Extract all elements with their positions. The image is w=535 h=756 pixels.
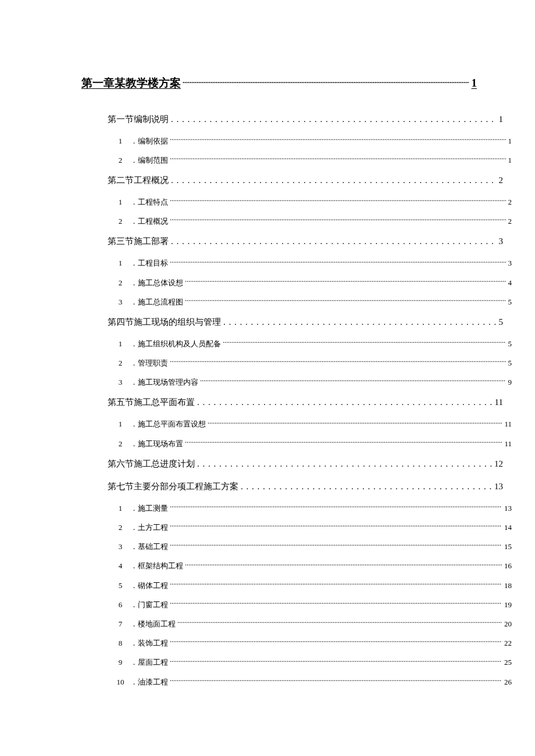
toc-item[interactable]: 3 ．施工现场管理内容 9	[116, 377, 512, 388]
toc-item-page: 14	[504, 522, 512, 533]
toc-leader-dots	[183, 297, 506, 304]
toc-item-title: ．编制依据	[130, 136, 168, 146]
toc-section-page: 12	[494, 458, 503, 470]
toc-section-title: 第六节施工总进度计划	[108, 458, 195, 470]
toc-item-page: 11	[504, 439, 512, 449]
toc-leader-dots	[168, 358, 506, 366]
toc-item[interactable]: 1 ．施工测量 13	[116, 503, 512, 514]
toc-section-5[interactable]: 第五节施工总平面布置 11	[108, 396, 503, 409]
toc-chapter-page: 1	[472, 76, 477, 91]
toc-leader-dots	[168, 258, 506, 266]
toc-item-title: ．施工总平面布置设想	[130, 419, 206, 429]
toc-leader-dots	[168, 638, 502, 646]
toc-item[interactable]: 2 ．编制范围 1	[116, 155, 512, 166]
toc-leader-dots	[169, 113, 497, 122]
toc-item-num: 2	[116, 522, 124, 533]
toc-item[interactable]: 4 ．框架结构工程 16	[116, 561, 512, 571]
toc-item[interactable]: 2 ．施工现场布置 11	[116, 439, 512, 449]
toc-item[interactable]: 6 ．门窗工程 19	[116, 600, 512, 610]
toc-item-title: ．油漆工程	[130, 677, 168, 687]
toc-leader-dots	[168, 197, 506, 205]
toc-item-num: 3	[116, 542, 124, 552]
toc-leader-dots	[238, 481, 492, 489]
toc-item[interactable]: 2 ．管理职责 5	[116, 358, 512, 368]
toc-section-title: 第七节主要分部分项工程施工方案	[108, 481, 238, 493]
toc-item-num: 2	[116, 216, 124, 227]
toc-section-title: 第一节编制说明	[108, 113, 169, 126]
toc-item-num: 1	[116, 419, 124, 429]
toc-item-num: 4	[116, 561, 124, 571]
table-of-contents: 第一章某教学楼方案 1 第一节编制说明 1 1 ．编制依据 1 2 ．编制范围 …	[81, 76, 477, 687]
toc-item[interactable]: 1 ．施工组织机构及人员配备 5	[116, 339, 512, 349]
toc-item-num: 2	[116, 155, 124, 166]
toc-item-title: ．装饰工程	[130, 638, 168, 648]
toc-item-page: 16	[504, 561, 512, 571]
toc-item-title: ．编制范围	[130, 155, 168, 166]
toc-chapter-title: 第一章某教学楼方案	[81, 76, 181, 91]
toc-item-page: 2	[508, 216, 512, 227]
toc-section-page: 5	[499, 316, 504, 328]
toc-item-title: ．管理职责	[130, 358, 168, 368]
toc-section-title: 第三节施工部署	[108, 235, 169, 248]
toc-item-page: 5	[508, 339, 512, 349]
toc-section-page: 1	[499, 113, 504, 126]
toc-item[interactable]: 9 ．屋面工程 25	[116, 657, 512, 668]
toc-leader-dots	[169, 174, 497, 183]
toc-item-num: 5	[116, 581, 124, 591]
toc-item[interactable]: 8 ．装饰工程 22	[116, 638, 512, 648]
toc-item[interactable]: 2 ．土方工程 14	[116, 522, 512, 533]
toc-section-title: 第五节施工总平面布置	[108, 396, 195, 409]
toc-chapter-heading[interactable]: 第一章某教学楼方案 1	[81, 76, 477, 91]
toc-section-2[interactable]: 第二节工程概况 2	[108, 174, 503, 187]
toc-item-page: 26	[504, 677, 512, 687]
toc-section-1[interactable]: 第一节编制说明 1	[108, 113, 503, 126]
toc-leader-dots	[183, 278, 506, 285]
toc-leader-dots	[168, 600, 502, 607]
toc-item[interactable]: 10 ．油漆工程 26	[116, 677, 512, 687]
toc-item-title: ．施工总流程图	[130, 297, 183, 307]
toc-item[interactable]: 5 ．砌体工程 18	[116, 581, 512, 591]
toc-section-6[interactable]: 第六节施工总进度计划 12	[108, 458, 503, 470]
toc-leader-dots	[168, 542, 502, 549]
toc-item-title: ．基础工程	[130, 542, 168, 552]
toc-item-title: ．土方工程	[130, 522, 168, 533]
toc-section-page: 11	[495, 396, 503, 409]
toc-item-title: ．工程特点	[130, 197, 168, 207]
toc-item-num: 8	[116, 638, 124, 648]
toc-item-num: 1	[116, 503, 124, 514]
toc-item-num: 6	[116, 600, 124, 610]
toc-item-num: 3	[116, 297, 124, 307]
toc-leader-dots	[195, 396, 493, 405]
toc-item-num: 1	[116, 136, 124, 146]
toc-section-page: 2	[499, 174, 504, 187]
toc-item-page: 19	[504, 600, 512, 610]
toc-leader-dots	[221, 339, 506, 346]
toc-item-page: 15	[504, 542, 512, 552]
toc-leader-dots	[183, 439, 502, 446]
toc-item-page: 3	[508, 258, 512, 268]
toc-item[interactable]: 2 ．施工总体设想 4	[116, 278, 512, 288]
toc-leader-dots	[168, 677, 502, 685]
toc-item-title: ．施工现场管理内容	[130, 377, 198, 388]
toc-item[interactable]: 3 ．基础工程 15	[116, 542, 512, 552]
toc-section-page: 3	[499, 235, 504, 248]
toc-item-title: ．砌体工程	[130, 581, 168, 591]
toc-item[interactable]: 1 ．工程目标 3	[116, 258, 512, 268]
toc-item[interactable]: 2 ．工程概况 2	[116, 216, 512, 227]
toc-item-page: 2	[508, 197, 512, 207]
toc-section-4[interactable]: 第四节施工现场的组织与管理 5	[108, 316, 503, 328]
toc-leader-dots	[176, 619, 502, 626]
toc-leader-dots	[169, 235, 497, 244]
toc-item[interactable]: 7 ．楼地面工程 20	[116, 619, 512, 629]
toc-section-3[interactable]: 第三节施工部署 3	[108, 235, 503, 248]
toc-section-page: 13	[494, 481, 503, 493]
toc-item-page: 20	[504, 619, 512, 629]
toc-item-page: 1	[508, 136, 512, 146]
toc-item[interactable]: 1 ．施工总平面布置设想 11	[116, 419, 512, 429]
toc-item[interactable]: 3 ．施工总流程图 5	[116, 297, 512, 307]
toc-section-7[interactable]: 第七节主要分部分项工程施工方案 13	[108, 481, 503, 493]
toc-leader-dots	[221, 316, 497, 325]
toc-item[interactable]: 1 ．编制依据 1	[116, 136, 512, 146]
toc-item[interactable]: 1 ．工程特点 2	[116, 197, 512, 207]
toc-item-num: 2	[116, 439, 124, 449]
